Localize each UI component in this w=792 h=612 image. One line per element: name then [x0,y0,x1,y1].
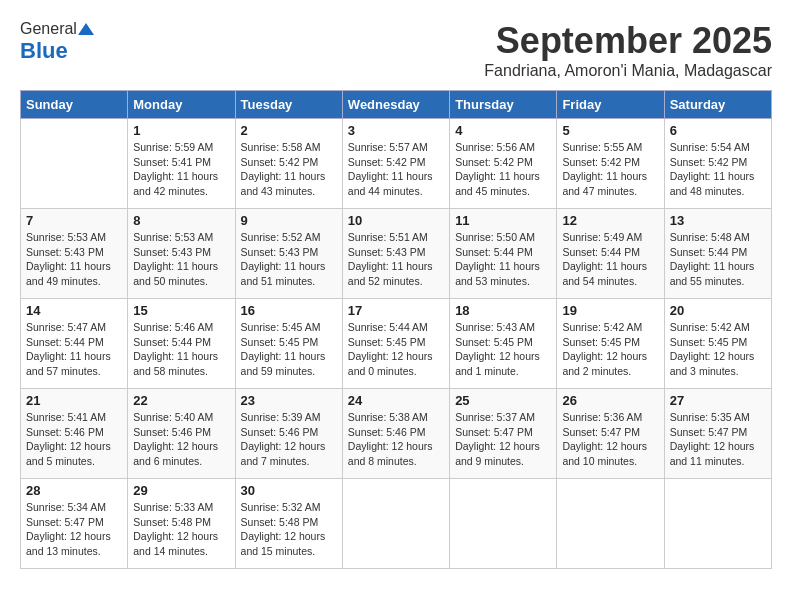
calendar-cell: 29Sunrise: 5:33 AMSunset: 5:48 PMDayligh… [128,479,235,569]
day-info: Sunrise: 5:32 AMSunset: 5:48 PMDaylight:… [241,500,337,559]
calendar-cell: 22Sunrise: 5:40 AMSunset: 5:46 PMDayligh… [128,389,235,479]
calendar-cell: 25Sunrise: 5:37 AMSunset: 5:47 PMDayligh… [450,389,557,479]
calendar-cell: 23Sunrise: 5:39 AMSunset: 5:46 PMDayligh… [235,389,342,479]
day-number: 5 [562,123,658,138]
calendar-week-5: 28Sunrise: 5:34 AMSunset: 5:47 PMDayligh… [21,479,772,569]
day-number: 14 [26,303,122,318]
calendar-cell: 18Sunrise: 5:43 AMSunset: 5:45 PMDayligh… [450,299,557,389]
day-number: 7 [26,213,122,228]
col-header-sunday: Sunday [21,91,128,119]
day-info: Sunrise: 5:38 AMSunset: 5:46 PMDaylight:… [348,410,444,469]
day-info: Sunrise: 5:37 AMSunset: 5:47 PMDaylight:… [455,410,551,469]
day-number: 21 [26,393,122,408]
calendar-cell [21,119,128,209]
calendar-week-2: 7Sunrise: 5:53 AMSunset: 5:43 PMDaylight… [21,209,772,299]
day-number: 12 [562,213,658,228]
day-number: 9 [241,213,337,228]
day-number: 22 [133,393,229,408]
calendar-week-3: 14Sunrise: 5:47 AMSunset: 5:44 PMDayligh… [21,299,772,389]
day-number: 29 [133,483,229,498]
day-info: Sunrise: 5:45 AMSunset: 5:45 PMDaylight:… [241,320,337,379]
day-number: 11 [455,213,551,228]
day-info: Sunrise: 5:36 AMSunset: 5:47 PMDaylight:… [562,410,658,469]
calendar-cell [342,479,449,569]
calendar-cell: 10Sunrise: 5:51 AMSunset: 5:43 PMDayligh… [342,209,449,299]
day-number: 20 [670,303,766,318]
day-info: Sunrise: 5:51 AMSunset: 5:43 PMDaylight:… [348,230,444,289]
day-info: Sunrise: 5:50 AMSunset: 5:44 PMDaylight:… [455,230,551,289]
logo-general-text: General [20,20,77,38]
calendar-cell: 12Sunrise: 5:49 AMSunset: 5:44 PMDayligh… [557,209,664,299]
day-number: 26 [562,393,658,408]
calendar-cell [557,479,664,569]
calendar-cell: 2Sunrise: 5:58 AMSunset: 5:42 PMDaylight… [235,119,342,209]
calendar-header-row: SundayMondayTuesdayWednesdayThursdayFrid… [21,91,772,119]
calendar-table: SundayMondayTuesdayWednesdayThursdayFrid… [20,90,772,569]
calendar-cell: 16Sunrise: 5:45 AMSunset: 5:45 PMDayligh… [235,299,342,389]
day-number: 8 [133,213,229,228]
calendar-cell: 27Sunrise: 5:35 AMSunset: 5:47 PMDayligh… [664,389,771,479]
logo-triangle-icon [78,21,94,37]
calendar-cell: 26Sunrise: 5:36 AMSunset: 5:47 PMDayligh… [557,389,664,479]
day-info: Sunrise: 5:49 AMSunset: 5:44 PMDaylight:… [562,230,658,289]
day-number: 3 [348,123,444,138]
day-info: Sunrise: 5:58 AMSunset: 5:42 PMDaylight:… [241,140,337,199]
calendar-body: 1Sunrise: 5:59 AMSunset: 5:41 PMDaylight… [21,119,772,569]
day-info: Sunrise: 5:55 AMSunset: 5:42 PMDaylight:… [562,140,658,199]
day-number: 17 [348,303,444,318]
day-info: Sunrise: 5:41 AMSunset: 5:46 PMDaylight:… [26,410,122,469]
day-number: 30 [241,483,337,498]
day-info: Sunrise: 5:39 AMSunset: 5:46 PMDaylight:… [241,410,337,469]
svg-marker-0 [78,23,94,35]
day-info: Sunrise: 5:54 AMSunset: 5:42 PMDaylight:… [670,140,766,199]
col-header-thursday: Thursday [450,91,557,119]
calendar-cell: 1Sunrise: 5:59 AMSunset: 5:41 PMDaylight… [128,119,235,209]
day-info: Sunrise: 5:53 AMSunset: 5:43 PMDaylight:… [133,230,229,289]
day-info: Sunrise: 5:40 AMSunset: 5:46 PMDaylight:… [133,410,229,469]
col-header-wednesday: Wednesday [342,91,449,119]
calendar-cell: 28Sunrise: 5:34 AMSunset: 5:47 PMDayligh… [21,479,128,569]
day-number: 13 [670,213,766,228]
day-info: Sunrise: 5:46 AMSunset: 5:44 PMDaylight:… [133,320,229,379]
col-header-monday: Monday [128,91,235,119]
day-number: 16 [241,303,337,318]
day-info: Sunrise: 5:52 AMSunset: 5:43 PMDaylight:… [241,230,337,289]
logo-blue-text: Blue [20,38,68,64]
calendar-cell: 9Sunrise: 5:52 AMSunset: 5:43 PMDaylight… [235,209,342,299]
day-number: 18 [455,303,551,318]
day-info: Sunrise: 5:43 AMSunset: 5:45 PMDaylight:… [455,320,551,379]
page-header: General Blue September 2025 Fandriana, A… [20,20,772,80]
day-info: Sunrise: 5:44 AMSunset: 5:45 PMDaylight:… [348,320,444,379]
day-info: Sunrise: 5:34 AMSunset: 5:47 PMDaylight:… [26,500,122,559]
month-title: September 2025 [484,20,772,62]
calendar-cell: 8Sunrise: 5:53 AMSunset: 5:43 PMDaylight… [128,209,235,299]
calendar-cell: 21Sunrise: 5:41 AMSunset: 5:46 PMDayligh… [21,389,128,479]
day-number: 28 [26,483,122,498]
calendar-cell: 11Sunrise: 5:50 AMSunset: 5:44 PMDayligh… [450,209,557,299]
calendar-cell: 7Sunrise: 5:53 AMSunset: 5:43 PMDaylight… [21,209,128,299]
calendar-cell [664,479,771,569]
calendar-cell: 5Sunrise: 5:55 AMSunset: 5:42 PMDaylight… [557,119,664,209]
calendar-cell [450,479,557,569]
day-number: 15 [133,303,229,318]
day-number: 2 [241,123,337,138]
calendar-cell: 30Sunrise: 5:32 AMSunset: 5:48 PMDayligh… [235,479,342,569]
day-info: Sunrise: 5:35 AMSunset: 5:47 PMDaylight:… [670,410,766,469]
day-info: Sunrise: 5:57 AMSunset: 5:42 PMDaylight:… [348,140,444,199]
day-info: Sunrise: 5:47 AMSunset: 5:44 PMDaylight:… [26,320,122,379]
title-block: September 2025 Fandriana, Amoron'i Mania… [484,20,772,80]
day-number: 23 [241,393,337,408]
day-number: 24 [348,393,444,408]
calendar-cell: 3Sunrise: 5:57 AMSunset: 5:42 PMDaylight… [342,119,449,209]
logo: General Blue [20,20,95,64]
calendar-cell: 24Sunrise: 5:38 AMSunset: 5:46 PMDayligh… [342,389,449,479]
day-info: Sunrise: 5:42 AMSunset: 5:45 PMDaylight:… [562,320,658,379]
day-number: 6 [670,123,766,138]
day-info: Sunrise: 5:48 AMSunset: 5:44 PMDaylight:… [670,230,766,289]
calendar-week-4: 21Sunrise: 5:41 AMSunset: 5:46 PMDayligh… [21,389,772,479]
day-number: 25 [455,393,551,408]
col-header-friday: Friday [557,91,664,119]
day-info: Sunrise: 5:42 AMSunset: 5:45 PMDaylight:… [670,320,766,379]
calendar-cell: 20Sunrise: 5:42 AMSunset: 5:45 PMDayligh… [664,299,771,389]
calendar-cell: 13Sunrise: 5:48 AMSunset: 5:44 PMDayligh… [664,209,771,299]
